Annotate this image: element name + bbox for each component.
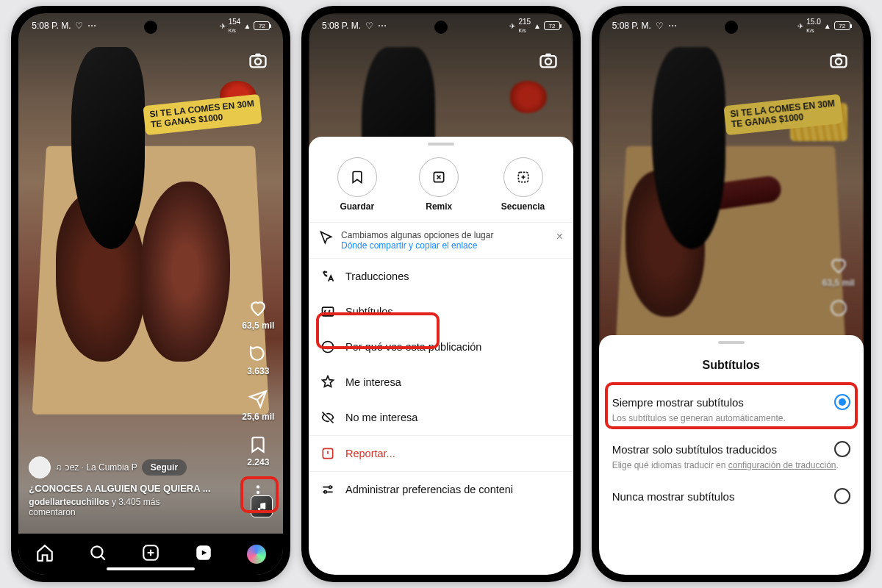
save-button[interactable]: 2.243 (247, 435, 269, 467)
comment-count: 3.633 (247, 366, 269, 376)
phone-3: 5:08 P. M. ♡⋯ ✈ 15.0K/s ▲ 72 SI TE LA CO… (592, 6, 871, 582)
subtitle-option-always[interactable]: Siempre mostrar subtítulos Los subtítulo… (599, 385, 864, 432)
action-remix[interactable]: Remix (419, 157, 459, 212)
menu-manage-prefs[interactable]: Administrar preferencias de conteni (309, 471, 573, 507)
share-count: 25,6 mil (242, 412, 274, 422)
comment-button[interactable] (829, 298, 848, 318)
svg-point-18 (324, 491, 326, 493)
save-count: 2.243 (247, 457, 269, 467)
hr-icon: ♡ (75, 21, 83, 31)
subtitle-option-never[interactable]: Nunca mostrar subtítulos (599, 479, 864, 513)
menu-not-interested[interactable]: No me interesa (309, 400, 573, 435)
svg-rect-0 (251, 56, 266, 67)
phone-2: 5:08 P. M. ♡⋯ ✈ 215K/s ▲ 72 (301, 6, 581, 582)
svg-point-5 (258, 508, 261, 511)
comments-summary[interactable]: godellartecuchillos y 3.405 más comentar… (29, 497, 232, 517)
radio-selected[interactable] (834, 394, 850, 410)
svg-rect-19 (831, 56, 846, 67)
svg-rect-10 (540, 56, 556, 67)
svg-point-2 (257, 485, 259, 488)
author-avatar[interactable] (29, 456, 51, 478)
nav-home[interactable] (35, 543, 54, 565)
subtitle-option-translated[interactable]: Mostrar solo subtítulos traducidos Elige… (599, 432, 864, 479)
star-icon (320, 375, 335, 390)
action-save[interactable]: Guardar (337, 157, 377, 212)
cursor-icon (319, 230, 334, 245)
nav-create[interactable] (141, 543, 160, 565)
svg-point-7 (92, 546, 103, 557)
like-button[interactable]: 63,5 mil (242, 298, 274, 331)
svg-point-6 (263, 507, 266, 510)
reel-caption[interactable]: ¿CONOCES A ALGUIEN QUE QUIERA ... (29, 483, 232, 494)
svg-rect-14 (322, 307, 333, 316)
caption-area: ♫ ɔez · La Cumbia P Seguir ¿CONOCES A AL… (29, 456, 232, 517)
menu-translations[interactable]: Traducciones (309, 259, 573, 294)
like-button[interactable]: 63,5 mil (822, 256, 855, 288)
camera-icon[interactable] (828, 50, 849, 71)
share-button[interactable]: 25,6 mil (242, 390, 274, 422)
notice-banner: Cambiamos algunas opciones de lugar Dónd… (309, 222, 573, 259)
menu-subtitles[interactable]: Subtítulos (309, 294, 573, 329)
eye-off-icon (320, 410, 335, 425)
sliders-icon (320, 482, 335, 497)
svg-point-17 (329, 486, 331, 488)
audio-badge[interactable] (251, 495, 273, 517)
svg-point-11 (545, 59, 551, 65)
like-count: 63,5 mil (242, 320, 274, 331)
music-label[interactable]: ♫ ɔez · La Cumbia P (55, 462, 137, 473)
translate-icon (320, 269, 335, 284)
menu-interested[interactable]: Me interesa (309, 365, 573, 400)
menu-why[interactable]: Por qué ves esta publicación (309, 329, 573, 365)
action-rail: 63,5 mil 3.633 25,6 mil 2.243 (242, 298, 274, 504)
notice-close[interactable]: × (556, 230, 563, 243)
notice-link[interactable]: Dónde compartir y copiar el enlace (341, 240, 493, 251)
cc-icon (320, 304, 335, 319)
svg-point-20 (836, 59, 842, 65)
options-sheet: Guardar Remix Secuencia Cambiamos alguna… (309, 137, 573, 575)
action-sequence[interactable]: Secuencia (501, 157, 545, 212)
camera-icon[interactable] (538, 50, 559, 71)
svg-point-21 (831, 301, 846, 315)
info-icon (320, 340, 335, 354)
radio-unselected[interactable] (834, 441, 850, 457)
svg-point-1 (255, 59, 261, 65)
status-time: 5:08 P. M. (32, 21, 71, 31)
nav-reels[interactable] (194, 543, 213, 565)
svg-point-3 (257, 491, 259, 494)
camera-icon[interactable] (248, 50, 268, 71)
comment-button[interactable]: 3.633 (247, 344, 269, 376)
nav-profile[interactable] (247, 545, 266, 564)
gesture-bar (107, 567, 195, 570)
sheet-title: Subtítulos (599, 351, 864, 385)
sheet-handle[interactable] (718, 341, 745, 344)
report-icon (320, 446, 335, 461)
battery-icon: 72 (254, 21, 270, 30)
menu-report[interactable]: Reportar... (309, 435, 573, 471)
subtitles-sheet: Subtítulos Siempre mostrar subtítulos Lo… (599, 335, 864, 575)
action-rail: 63,5 mil (822, 256, 855, 318)
more-status-icon: ⋯ (87, 21, 96, 31)
phone-1: 5:08 P. M. ♡ ⋯ ✈ 154K/s ▲ 72 SI TE LA CO… (11, 6, 290, 582)
follow-button[interactable]: Seguir (142, 459, 187, 476)
radio-unselected[interactable] (834, 488, 850, 504)
sheet-handle[interactable] (428, 143, 454, 146)
nav-search[interactable] (88, 543, 107, 565)
translation-settings-link[interactable]: configuración de traducción (728, 460, 836, 470)
wifi-icon: ▲ (243, 22, 251, 30)
